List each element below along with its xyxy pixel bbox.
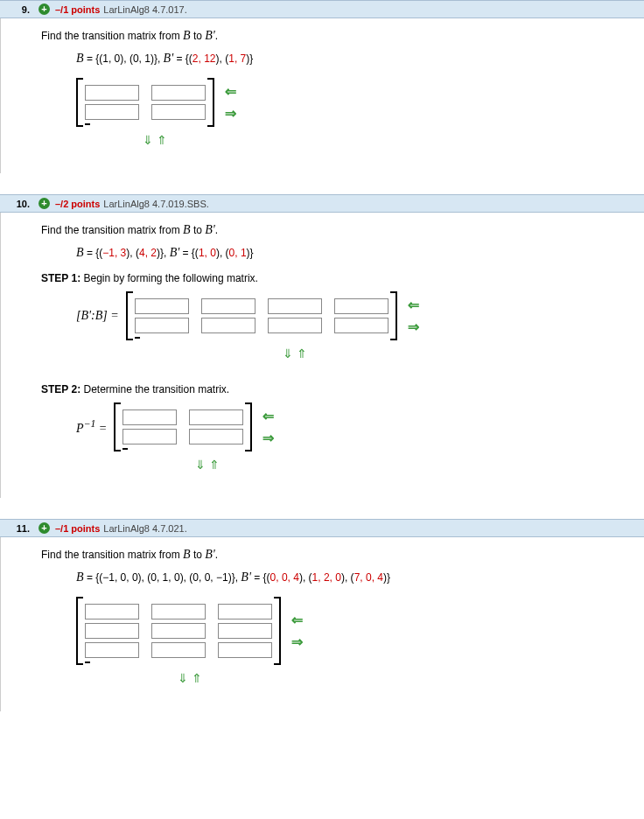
matrix-cell[interactable] <box>201 318 256 333</box>
matrix-cell[interactable] <box>85 642 139 658</box>
matrix-cell[interactable] <box>268 318 322 333</box>
matrix-cell[interactable] <box>218 604 272 620</box>
row-controls: ⇓ ⇑ <box>76 672 304 685</box>
matrix-brackets <box>126 291 397 340</box>
matrix-cell[interactable] <box>135 318 189 333</box>
matrix-cell[interactable] <box>201 298 256 314</box>
expand-icon[interactable]: + <box>38 198 50 209</box>
remove-row-icon[interactable]: ⇑ <box>297 346 307 360</box>
step1-label: STEP 1: Begin by forming the following m… <box>41 272 635 284</box>
matrix-cell[interactable] <box>334 318 388 333</box>
prompt: Find the transition matrix from B to B'. <box>41 548 635 562</box>
remove-col-icon[interactable]: ⇐ <box>291 612 303 628</box>
question-header-11: 11. + –/1 points LarLinAlg8 4.7.021. <box>0 519 644 537</box>
question-number: 9. <box>5 4 30 15</box>
basis-definition: B = {(1, 0), (0, 1)}, B' = {(2, 12), (1,… <box>76 52 635 66</box>
points-label: –/2 points <box>55 199 100 209</box>
remove-col-icon[interactable]: ⇐ <box>225 83 236 100</box>
matrix-cell[interactable] <box>85 85 139 101</box>
matrix-cell[interactable] <box>189 429 243 444</box>
add-row-icon[interactable]: ⇓ <box>283 346 293 360</box>
remove-row-icon[interactable]: ⇑ <box>157 133 167 147</box>
expand-icon[interactable]: + <box>38 522 50 534</box>
matrix-cell[interactable] <box>334 298 388 314</box>
matrix-cell[interactable] <box>135 298 189 314</box>
matrix-cell[interactable] <box>85 104 139 120</box>
prompt: Find the transition matrix from B to B'. <box>41 223 635 237</box>
matrix-cell[interactable] <box>268 298 322 314</box>
matrix-cell[interactable] <box>122 410 177 425</box>
matrix-cell[interactable] <box>85 604 139 620</box>
matrix-input-3x3: ⇐ ⇒ <box>76 597 635 665</box>
add-row-icon[interactable]: ⇓ <box>195 458 206 472</box>
matrix-cell[interactable] <box>151 85 206 101</box>
question-body-11: Find the transition matrix from B to B'.… <box>0 537 644 711</box>
matrix-cell[interactable] <box>151 604 206 620</box>
add-row-icon[interactable]: ⇓ <box>178 671 188 685</box>
matrix-input-2x2: ⇐ ⇒ <box>76 78 635 127</box>
step2-label: STEP 2: Determine the transition matrix. <box>41 383 635 396</box>
matrix-brackets <box>76 78 214 127</box>
matrix-cell[interactable] <box>151 104 206 120</box>
matrix-input-2x4: [B':B] = ⇐ ⇒ <box>76 291 635 340</box>
matrix-cell[interactable] <box>218 642 272 658</box>
reference-label: LarLinAlg8 4.7.017. <box>103 4 186 15</box>
add-col-icon[interactable]: ⇒ <box>225 105 236 122</box>
question-body-9: Find the transition matrix from B to B'.… <box>0 18 644 173</box>
row-controls: ⇓ ⇑ <box>76 134 234 147</box>
matrix-cell[interactable] <box>122 429 177 444</box>
matrix-cell[interactable] <box>189 410 243 425</box>
question-number: 11. <box>5 523 30 534</box>
add-col-icon[interactable]: ⇒ <box>262 430 274 446</box>
basis-definition: B = {(−1, 3), (4, 2)}, B' = {(1, 0), (0,… <box>76 246 635 260</box>
expand-icon[interactable]: + <box>38 4 50 15</box>
matrix-cell[interactable] <box>151 642 206 658</box>
row-controls: ⇓ ⇑ <box>129 458 286 472</box>
question-body-10: Find the transition matrix from B to B'.… <box>0 213 644 498</box>
basis-definition: B = {(−1, 0, 0), (0, 1, 0), (0, 0, −1)},… <box>76 570 635 584</box>
matrix-cell[interactable] <box>151 623 206 639</box>
matrix-brackets <box>76 597 281 665</box>
matrix-brackets <box>114 402 252 452</box>
add-row-icon[interactable]: ⇓ <box>143 133 153 147</box>
add-col-icon[interactable]: ⇒ <box>291 634 303 650</box>
reference-label: LarLinAlg8 4.7.021. <box>103 523 186 534</box>
points-label: –/1 points <box>55 523 100 534</box>
add-col-icon[interactable]: ⇒ <box>408 318 419 335</box>
question-header-10: 10. + –/2 points LarLinAlg8 4.7.019.SBS. <box>0 194 644 213</box>
row-controls: ⇓ ⇑ <box>137 347 452 360</box>
matrix-input-p-inverse: P−1 = ⇐ ⇒ <box>76 402 635 452</box>
remove-col-icon[interactable]: ⇐ <box>408 297 419 313</box>
remove-col-icon[interactable]: ⇐ <box>262 408 274 424</box>
matrix-cell[interactable] <box>218 623 272 639</box>
matrix-lhs-label: [B':B] = <box>76 309 119 323</box>
reference-label: LarLinAlg8 4.7.019.SBS. <box>103 199 208 209</box>
points-label: –/1 points <box>55 4 100 15</box>
question-number: 10. <box>5 199 30 209</box>
remove-row-icon[interactable]: ⇑ <box>192 671 202 685</box>
question-header-9: 9. + –/1 points LarLinAlg8 4.7.017. <box>0 0 644 18</box>
matrix-cell[interactable] <box>85 623 139 639</box>
matrix-lhs-label: P−1 = <box>76 418 107 436</box>
remove-row-icon[interactable]: ⇑ <box>209 458 220 472</box>
prompt: Find the transition matrix from B to B'. <box>41 29 635 43</box>
